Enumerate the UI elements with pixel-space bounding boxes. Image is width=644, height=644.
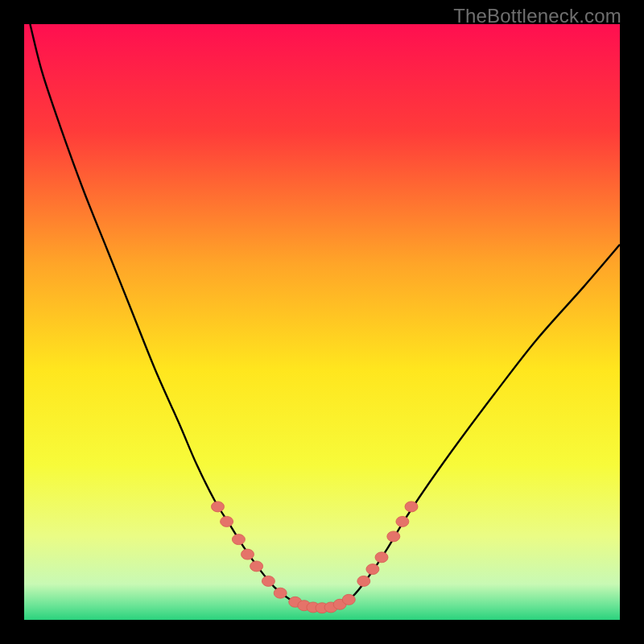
curve-marker [342,594,355,605]
chart-svg [24,24,620,620]
curve-marker [274,588,287,598]
bottleneck-curve [30,24,620,608]
curve-markers [212,502,419,613]
plot-area [24,24,620,620]
curve-marker [232,535,245,545]
curve-marker [366,564,379,575]
curve-marker [242,549,254,559]
curve-marker [221,516,233,526]
curve-marker [375,552,388,563]
curve-marker [250,561,263,572]
curve-marker [262,576,275,586]
watermark-text: TheBottleneck.com [453,5,621,27]
curve-marker [405,502,418,512]
curve-marker [396,516,409,526]
curve-marker [387,531,400,542]
curve-marker [212,502,225,512]
curve-marker [357,576,370,586]
